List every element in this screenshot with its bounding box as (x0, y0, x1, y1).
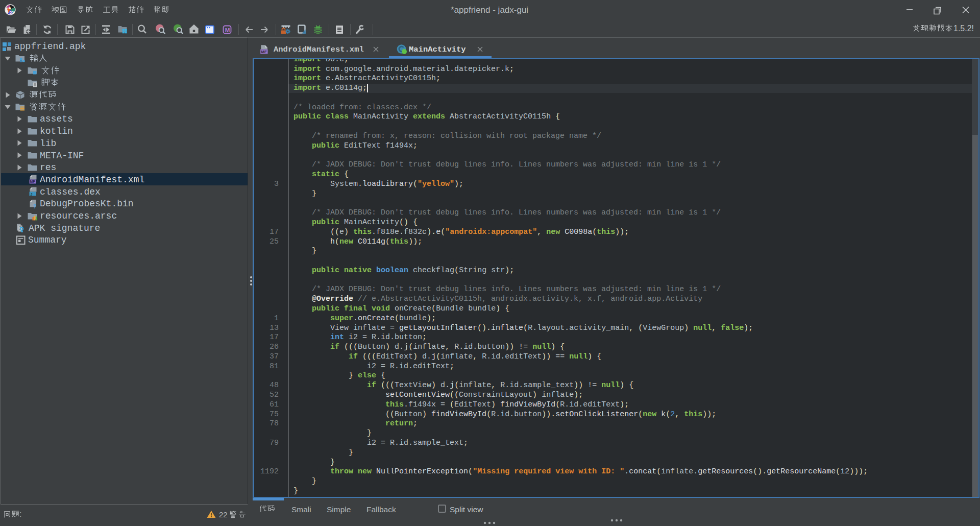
svg-text:?: ? (33, 203, 37, 208)
svg-text:MF: MF (261, 50, 267, 54)
svg-text:J: J (30, 192, 32, 196)
svg-text:DX: DX (10, 11, 15, 14)
svg-text:M: M (225, 27, 230, 33)
svg-text:MF: MF (30, 180, 35, 184)
svg-text:JA: JA (7, 6, 11, 10)
